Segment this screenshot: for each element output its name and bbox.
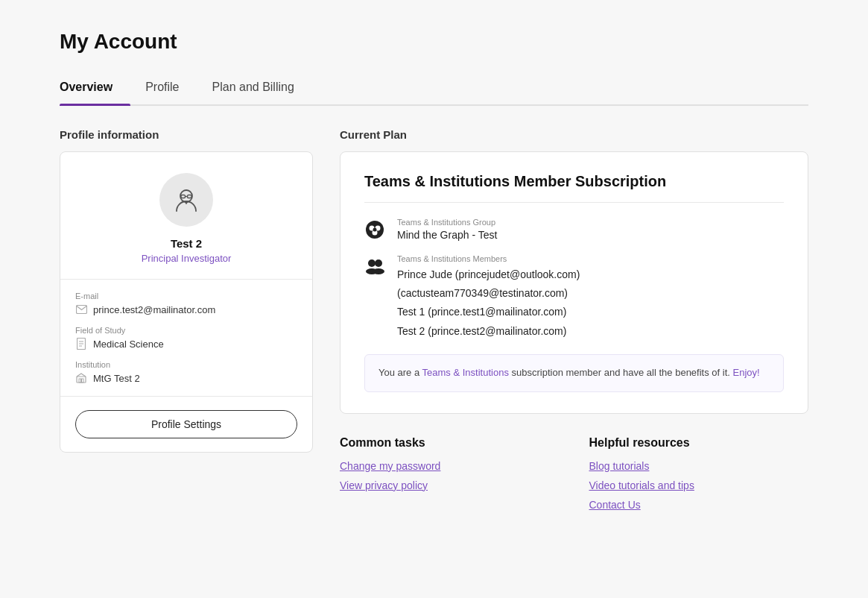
current-plan-card: Teams & Institutions Member Subscription… (340, 151, 808, 414)
institution-value-row: MtG Test 2 (75, 372, 297, 384)
email-value: prince.test2@mailinator.com (93, 304, 215, 315)
page-wrapper: My Account Overview Profile Plan and Bil… (0, 0, 868, 598)
tabs-bar: Overview Profile Plan and Billing (60, 72, 808, 106)
right-panel: Current Plan Teams & Institutions Member… (340, 128, 808, 518)
profile-card: Test 2 Principal Investigator E-mail (60, 151, 313, 453)
left-panel: Profile information (60, 128, 313, 453)
institution-label: Institution (75, 360, 297, 369)
helpful-resources-col: Helpful resources Blog tutorials Video t… (589, 436, 809, 518)
field-of-study-group: Field of Study Medical Science (75, 326, 297, 350)
plan-members-sublabel: Teams & Institutions Members (397, 254, 580, 263)
plan-group-value: Mind the Graph - Test (397, 229, 497, 241)
svg-rect-11 (82, 379, 84, 383)
profile-name: Test 2 (171, 237, 202, 250)
field-of-study-label: Field of Study (75, 326, 297, 335)
profile-section-label: Profile information (60, 128, 313, 141)
contact-us-link[interactable]: Contact Us (589, 499, 809, 511)
avatar (159, 173, 213, 227)
member-1: (cactusteam770349@testinator.com) (397, 284, 580, 303)
svg-point-17 (368, 259, 376, 267)
plan-group-row: Teams & Institutions Group Mind the Grap… (364, 218, 784, 241)
plan-note-highlight: Teams & Institutions (422, 367, 509, 378)
profile-settings-button[interactable]: Profile Settings (75, 410, 297, 438)
profile-role: Principal Investigator (142, 253, 232, 264)
field-of-study-value-row: Medical Science (75, 338, 297, 350)
helpful-resources-title: Helpful resources (589, 436, 809, 450)
plan-group-content: Teams & Institutions Group Mind the Grap… (397, 218, 497, 241)
profile-settings-btn-wrap: Profile Settings (60, 397, 312, 452)
plan-members-content: Teams & Institutions Members Prince Jude… (397, 254, 580, 341)
plan-note-enjoy: Enjoy! (733, 367, 760, 378)
tab-plan-billing[interactable]: Plan and Billing (212, 72, 312, 104)
plan-title: Teams & Institutions Member Subscription (364, 173, 784, 203)
svg-rect-1 (181, 195, 186, 198)
current-plan-section-label: Current Plan (340, 128, 808, 141)
main-content: Profile information (60, 128, 808, 518)
email-value-row: prince.test2@mailinator.com (75, 303, 297, 315)
user-avatar-icon (171, 184, 202, 215)
member-2: Test 1 (prince.test1@mailinator.com) (397, 303, 580, 321)
privacy-policy-link[interactable]: View privacy policy (340, 479, 560, 491)
common-tasks-col: Common tasks Change my password View pri… (340, 436, 560, 518)
svg-rect-2 (188, 195, 192, 198)
tab-profile[interactable]: Profile (145, 72, 197, 104)
institution-group: Institution MtG Test 2 (75, 360, 297, 384)
institution-icon (75, 372, 87, 384)
change-password-link[interactable]: Change my password (340, 460, 560, 472)
plan-members-icon (364, 256, 385, 277)
blog-tutorials-link[interactable]: Blog tutorials (589, 460, 809, 472)
email-field-group: E-mail prince.test2@mailinator.com (75, 292, 297, 315)
plan-members-list: Prince Jude (princejudet@outlook.com) (c… (397, 265, 580, 341)
plan-group-sublabel: Teams & Institutions Group (397, 218, 497, 227)
institution-value: MtG Test 2 (93, 373, 140, 384)
video-tutorials-link[interactable]: Video tutorials and tips (589, 479, 809, 491)
email-label: E-mail (75, 292, 297, 300)
svg-point-16 (373, 228, 377, 232)
member-0: Prince Jude (princejudet@outlook.com) (397, 265, 580, 284)
common-tasks-title: Common tasks (340, 436, 560, 450)
plan-group-icon (364, 219, 385, 240)
plan-note: You are a Teams & Institutions subscript… (364, 354, 784, 392)
svg-rect-10 (79, 379, 81, 383)
field-of-study-value: Medical Science (93, 339, 164, 350)
svg-point-20 (373, 268, 384, 274)
page-title: My Account (60, 30, 808, 54)
bottom-section: Common tasks Change my password View pri… (340, 436, 808, 518)
email-icon (75, 303, 87, 315)
tab-overview[interactable]: Overview (60, 72, 130, 104)
profile-top: Test 2 Principal Investigator (60, 152, 312, 280)
member-3: Test 2 (prince.test2@mailinator.com) (397, 322, 580, 341)
plan-members-row: Teams & Institutions Members Prince Jude… (364, 254, 784, 341)
profile-fields: E-mail prince.test2@mailinator.com (60, 280, 312, 397)
field-of-study-icon (75, 338, 87, 350)
svg-point-18 (375, 259, 382, 267)
